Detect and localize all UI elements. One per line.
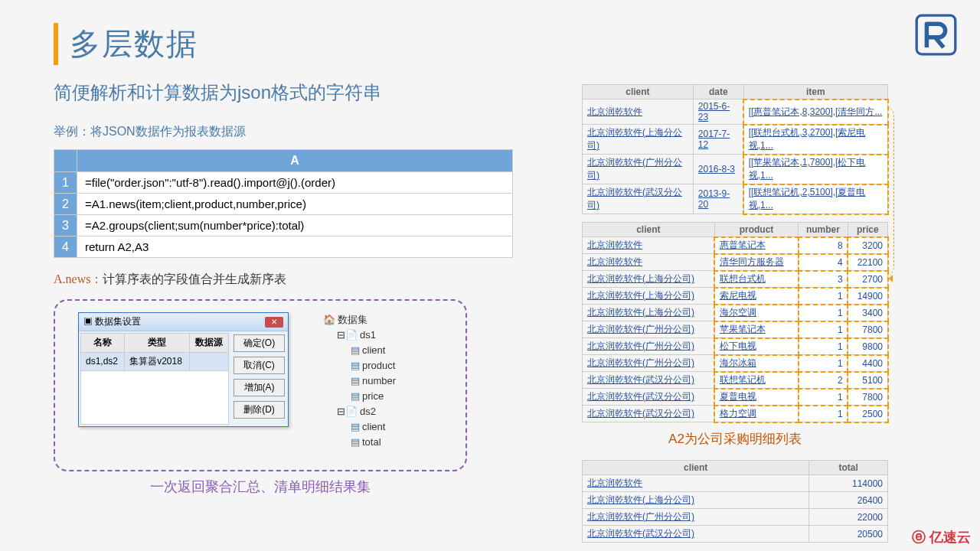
table-row: 北京润乾软件(广州分公司)苹果笔记本17800 — [583, 321, 888, 338]
table-row: 北京润乾软件114000 — [583, 475, 888, 492]
table-row: 北京润乾软件2015-6-23[[惠普笔记本,8,3200],[清华同方... — [583, 99, 888, 125]
tree-leaf[interactable]: client — [362, 343, 385, 358]
ok-button[interactable]: 确定(O) — [234, 334, 285, 352]
table-row: 北京润乾软件(武汉分公司)夏普电视17800 — [583, 389, 888, 406]
page-title: 多层数据 — [70, 23, 198, 65]
accent-bar — [54, 23, 58, 65]
tree-ds1[interactable]: ds1 — [360, 328, 376, 343]
dataset-list: 名称 类型 数据源 ds1,ds2 集算器v2018 — [80, 333, 229, 425]
dataset-tree: 🏠数据集 ⊟ 📄ds1 ▤client ▤product ▤number ▤pr… — [323, 312, 396, 450]
table-row: 北京润乾软件(广州分公司)22000 — [583, 509, 888, 526]
tree-ds2[interactable]: ds2 — [360, 404, 376, 419]
tree-leaf[interactable]: price — [362, 389, 384, 404]
code-cell: =A1.news(item;client,product,number,pric… — [77, 194, 513, 215]
table-row: 北京润乾软件惠普笔记本83200 — [583, 237, 888, 254]
dialog-icon: ▣ — [83, 316, 93, 327]
table-row: 北京润乾软件(上海分公司)海尔空调13400 — [583, 305, 888, 321]
code-cell: =file("order.json":"utf-8").read().impor… — [77, 172, 513, 194]
table-row: 北京润乾软件(广州分公司)海尔冰箱14400 — [583, 355, 888, 372]
dataset-row[interactable]: ds1,ds2 集算器v2018 — [81, 352, 229, 371]
table-row: 北京润乾软件(武汉分公司)2013-9-20[[联想笔记机,2,5100],[夏… — [583, 184, 888, 214]
table-row: 北京润乾软件(广州分公司)松下电视19800 — [583, 338, 888, 355]
table-row: 北京润乾软件(广州分公司)2016-8-3[[苹果笔记本,1,7800],[松下… — [583, 155, 888, 184]
dataset-dialog: ▣ 数据集设置 ✕ 名称 类型 数据源 ds1,ds2 集算器v2018 — [78, 312, 289, 427]
callout-box: ▣ 数据集设置 ✕ 名称 类型 数据源 ds1,ds2 集算器v2018 — [54, 299, 467, 471]
folder-icon: 🏠 — [323, 312, 335, 328]
add-button[interactable]: 增加(A) — [234, 379, 285, 396]
tree-leaf[interactable]: client — [362, 419, 385, 435]
expand-icon[interactable]: ⊟ — [337, 404, 345, 419]
table-row: 北京润乾软件(武汉分公司)格力空调12500 — [583, 406, 888, 422]
table-row: 北京润乾软件(上海分公司)联想台式机32700 — [583, 271, 888, 288]
code-cell: =A2.groups(client;sum(number*price):tota… — [77, 215, 513, 236]
tree-leaf[interactable]: product — [362, 358, 395, 373]
table-row: 北京润乾软件(武汉分公司)联想笔记机25100 — [583, 372, 888, 389]
expand-icon[interactable]: ⊟ — [337, 328, 345, 343]
raw-data-table: clientdateitem北京润乾软件2015-6-23[[惠普笔记本,8,3… — [582, 84, 888, 214]
flow-arrow-icon — [880, 103, 894, 279]
table-row: 北京润乾软件(上海分公司)26400 — [583, 492, 888, 509]
table-row: 北京润乾软件(上海分公司)2017-7-12[[联想台式机,3,2700],[索… — [583, 125, 888, 155]
cancel-button[interactable]: 取消(C) — [234, 357, 285, 374]
tree-leaf[interactable]: number — [362, 373, 396, 389]
dialog-title: 数据集设置 — [95, 316, 141, 327]
code-header: A — [77, 150, 513, 172]
yisuyun-logo: 亿速云 — [912, 528, 971, 546]
a2-table: clientproductnumberprice北京润乾软件惠普笔记本83200… — [582, 222, 888, 422]
callout-caption: 一次返回聚合汇总、清单明细结果集 — [54, 478, 467, 496]
tree-leaf[interactable]: total — [362, 435, 381, 450]
a3-table: clienttotal北京润乾软件114000北京润乾软件(上海分公司)2640… — [582, 460, 888, 543]
table-row: 北京润乾软件(上海分公司)索尼电视114900 — [583, 288, 888, 305]
code-cell: return A2,A3 — [77, 236, 513, 258]
table-row: 北京润乾软件清华同方服务器422100 — [583, 254, 888, 271]
table-row: 北京润乾软件(武汉分公司)20500 — [583, 526, 888, 543]
title-bar: 多层数据 — [54, 23, 926, 65]
a2-caption: A2为公司采购明细列表 — [582, 430, 888, 448]
delete-button[interactable]: 删除(D) — [234, 401, 285, 419]
close-icon[interactable]: ✕ — [265, 317, 283, 328]
code-table: A 1=file("order.json":"utf-8").read().im… — [54, 149, 513, 258]
